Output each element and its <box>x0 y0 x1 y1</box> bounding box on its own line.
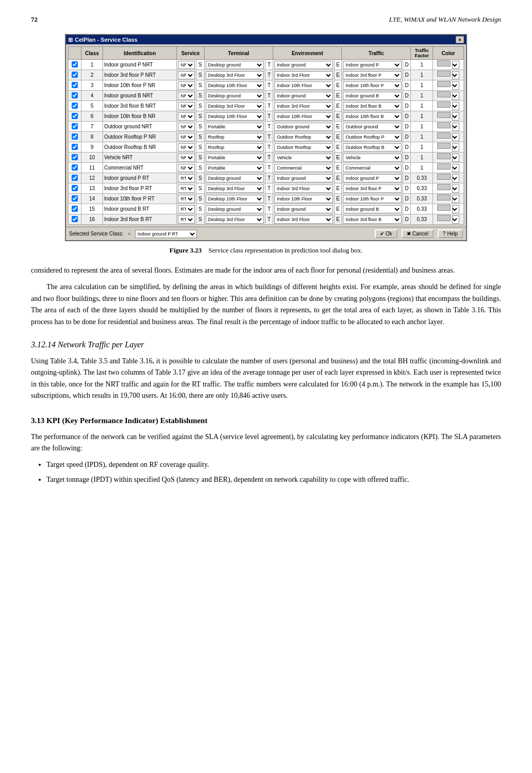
row-terminal-select[interactable]: Rooftop <box>206 143 264 152</box>
row-color-select[interactable] <box>452 102 459 110</box>
row-service-select[interactable]: RT <box>178 205 195 213</box>
row-terminal-select[interactable]: Portable <box>206 154 264 162</box>
row-env-select[interactable]: Indoor ground <box>274 92 333 100</box>
row-checkbox[interactable] <box>72 123 78 129</box>
row-service-select[interactable]: RT <box>178 215 195 224</box>
footer-service-select[interactable]: Indoor ground P RT <box>135 230 197 238</box>
row-checkbox[interactable] <box>72 92 78 98</box>
row-traffic-select[interactable]: Indoor ground B <box>343 205 402 213</box>
row-service-select[interactable]: RT <box>178 184 195 193</box>
row-checkbox[interactable] <box>72 206 78 212</box>
help-button[interactable]: ? Help <box>438 229 463 238</box>
row-checkbox[interactable] <box>72 72 78 78</box>
row-traffic-select[interactable]: Outdoor ground <box>343 123 402 131</box>
row-color-select[interactable] <box>452 71 459 79</box>
row-traffic-select[interactable]: Indoor 3rd floor B <box>343 215 402 224</box>
row-terminal-select[interactable]: Desktop 10th Floor <box>206 195 264 203</box>
row-checkbox[interactable] <box>72 154 78 160</box>
row-checkbox[interactable] <box>72 216 78 222</box>
row-service-select[interactable]: RT <box>178 174 195 182</box>
ok-button[interactable]: ✔ Ok <box>375 229 397 238</box>
row-color-select[interactable] <box>452 184 459 193</box>
row-terminal-select[interactable]: Desktop 3rd Floor <box>206 71 264 79</box>
row-service-select[interactable]: RT <box>178 195 195 203</box>
row-env-select[interactable]: Indoor 10th Floor <box>274 112 333 121</box>
row-color-select[interactable] <box>452 123 459 131</box>
row-traffic-select[interactable]: Indoor ground B <box>343 92 402 100</box>
row-terminal-select[interactable]: Desktop ground <box>206 92 264 100</box>
row-color-select[interactable] <box>452 205 459 213</box>
row-env-select[interactable]: Indoor 10th Floor <box>274 81 333 90</box>
row-service-select[interactable]: NRT <box>178 112 195 121</box>
row-traffic-select[interactable]: Indoor 3rd floor B <box>343 102 402 110</box>
row-env-select[interactable]: Indoor ground <box>274 205 333 213</box>
row-checkbox[interactable] <box>72 82 78 88</box>
row-traffic-select[interactable]: Indoor 10th floor P <box>343 195 402 203</box>
row-traffic-select[interactable]: Indoor 3rd floor P <box>343 71 402 79</box>
row-env-select[interactable]: Outdoor Rooftop <box>274 143 333 152</box>
row-terminal-select[interactable]: Desktop 10th Floor <box>206 112 264 121</box>
row-env-select[interactable]: Outdoor ground <box>274 123 333 131</box>
row-terminal-select[interactable]: Rooftop <box>206 133 264 141</box>
row-color-select[interactable] <box>452 92 459 100</box>
row-color-select[interactable] <box>452 143 459 152</box>
row-env-select[interactable]: Indoor 3rd Floor <box>274 71 333 79</box>
row-checkbox[interactable] <box>72 103 78 109</box>
row-checkbox[interactable] <box>72 185 78 191</box>
row-service-select[interactable]: NRT <box>178 123 195 131</box>
row-env-select[interactable]: Outdoor Rooftop <box>274 133 333 141</box>
row-env-select[interactable]: Indoor 10th Floor <box>274 195 333 203</box>
row-terminal-select[interactable]: Desktop ground <box>206 174 264 182</box>
row-terminal-select[interactable]: Desktop ground <box>206 61 264 69</box>
row-color-select[interactable] <box>452 215 459 224</box>
row-terminal-select[interactable]: Desktop 3rd Floor <box>206 102 264 110</box>
row-terminal-select[interactable]: Desktop 3rd Floor <box>206 215 264 224</box>
row-traffic-select[interactable]: Indoor ground P <box>343 61 402 69</box>
row-traffic-select[interactable]: Indoor ground P <box>343 174 402 182</box>
row-service-select[interactable]: NRT <box>178 61 195 69</box>
row-service-select[interactable]: NRT <box>178 154 195 162</box>
row-traffic-select[interactable]: Outdoor Rooftop B <box>343 143 402 152</box>
row-traffic-select[interactable]: Outdoor Rooftop P <box>343 133 402 141</box>
row-traffic-select[interactable]: Indoor 10th floor B <box>343 112 402 121</box>
row-color-select[interactable] <box>452 112 459 121</box>
row-service-select[interactable]: NRT <box>178 92 195 100</box>
row-terminal-select[interactable]: Portable <box>206 164 264 172</box>
cancel-button[interactable]: ✖ Cancel <box>402 229 434 238</box>
row-color-select[interactable] <box>452 133 459 141</box>
row-checkbox[interactable] <box>72 195 78 201</box>
row-traffic-select[interactable]: Indoor 10th floor P <box>343 81 402 90</box>
row-checkbox[interactable] <box>72 133 78 140</box>
row-checkbox[interactable] <box>72 175 78 181</box>
row-service-select[interactable]: NRT <box>178 71 195 79</box>
row-env-select[interactable]: Commercial <box>274 164 333 172</box>
row-checkbox[interactable] <box>72 144 78 150</box>
row-env-select[interactable]: Indoor 3rd Floor <box>274 215 333 224</box>
row-terminal-select[interactable]: Desktop 3rd Floor <box>206 184 264 193</box>
row-env-select[interactable]: Indoor 3rd Floor <box>274 102 333 110</box>
row-terminal-select[interactable]: Desktop 10th Floor <box>206 81 264 90</box>
row-service-select[interactable]: NRT <box>178 143 195 152</box>
close-button[interactable]: × <box>456 36 464 43</box>
row-checkbox[interactable] <box>72 164 78 171</box>
row-color-select[interactable] <box>452 154 459 162</box>
row-color-select[interactable] <box>452 81 459 90</box>
row-terminal-select[interactable]: Desktop ground <box>206 205 264 213</box>
row-env-select[interactable]: Vehicle <box>274 154 333 162</box>
row-checkbox[interactable] <box>72 61 78 68</box>
row-color-select[interactable] <box>452 174 459 182</box>
row-service-select[interactable]: NRT <box>178 102 195 110</box>
row-color-select[interactable] <box>452 164 459 172</box>
row-checkbox[interactable] <box>72 113 78 119</box>
row-env-select[interactable]: Indoor ground <box>274 174 333 182</box>
row-service-select[interactable]: NRT <box>178 81 195 90</box>
row-traffic-select[interactable]: Indoor 3rd floor P <box>343 184 402 193</box>
row-env-select[interactable]: Indoor 3rd Floor <box>274 184 333 193</box>
row-color-select[interactable] <box>452 61 459 69</box>
row-terminal-select[interactable]: Portable <box>206 123 264 131</box>
row-service-select[interactable]: NRT <box>178 164 195 172</box>
row-color-select[interactable] <box>452 195 459 203</box>
row-traffic-select[interactable]: Commercial <box>343 164 402 172</box>
row-traffic-select[interactable]: Vehicle <box>343 154 402 162</box>
row-env-select[interactable]: Indoor ground <box>274 61 333 69</box>
